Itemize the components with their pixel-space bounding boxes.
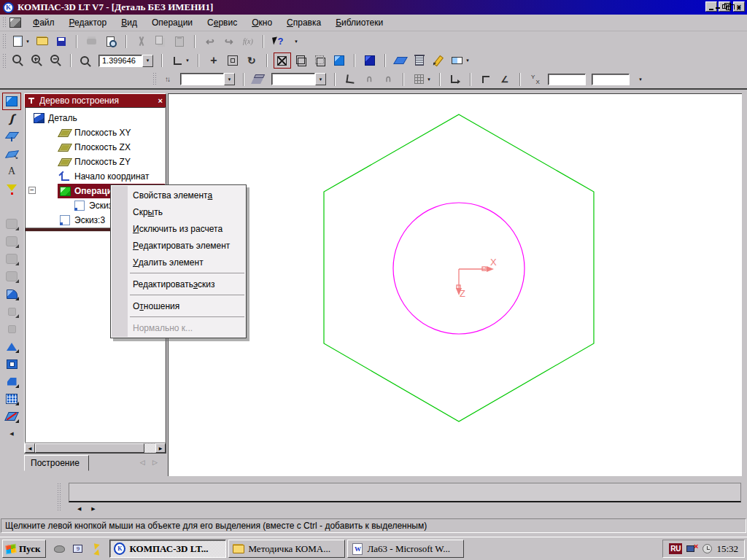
dropdown-arrow-icon[interactable]: ▼ bbox=[638, 77, 643, 82]
side-toolbar-button[interactable] bbox=[2, 198, 21, 215]
pin-icon[interactable] bbox=[28, 97, 35, 104]
toolbar-button[interactable]: ▼ bbox=[379, 71, 397, 88]
property-bar-field[interactable] bbox=[69, 483, 741, 502]
toolbar-button[interactable]: ▼ bbox=[380, 52, 390, 69]
toolbar-button[interactable]: ▼ bbox=[361, 52, 379, 69]
panel-close-icon[interactable]: × bbox=[158, 97, 163, 104]
side-toolbar-button[interactable] bbox=[2, 390, 21, 408]
toolbar-button[interactable]: ▼ bbox=[496, 71, 514, 88]
toolbar-button[interactable]: ▼ bbox=[159, 71, 177, 88]
toolbar-button[interactable]: ▼ bbox=[77, 52, 95, 69]
menu-item[interactable]: Библиотеки bbox=[328, 16, 390, 29]
dropdown-arrow-icon[interactable]: ▼ bbox=[142, 55, 153, 67]
tree-item[interactable]: Плоскость XY bbox=[26, 125, 165, 140]
tab-scroll-arrows[interactable]: ◁ ▷ bbox=[140, 455, 166, 466]
toolbar-grip[interactable] bbox=[2, 53, 6, 68]
toolbar-button[interactable]: ▼ bbox=[527, 71, 544, 88]
toolbar-button[interactable]: ▼ bbox=[270, 34, 287, 50]
toolbar-button[interactable]: ▼ bbox=[349, 52, 360, 69]
side-toolbar-button[interactable] bbox=[2, 338, 21, 355]
toolbar-button[interactable]: ▼ bbox=[201, 34, 219, 50]
dropdown-arrow-icon[interactable]: ▼ bbox=[185, 58, 190, 63]
context-menu-item[interactable]: Скрыть bbox=[111, 203, 246, 220]
menu-item[interactable]: Вид bbox=[114, 16, 144, 29]
toolbar-button[interactable]: ▼ bbox=[465, 71, 476, 88]
toolbar-button[interactable]: ▼ bbox=[9, 52, 26, 69]
document-icon[interactable] bbox=[9, 18, 21, 28]
dropdown-arrow-icon[interactable]: ▼ bbox=[26, 39, 30, 44]
side-toolbar-button[interactable] bbox=[2, 250, 21, 268]
hexagon-outline[interactable] bbox=[324, 114, 594, 421]
language-indicator[interactable]: RU bbox=[669, 543, 682, 554]
tray-app-icon[interactable] bbox=[703, 544, 712, 553]
toolbar-button[interactable]: ▼ bbox=[53, 34, 70, 50]
toolbar-button[interactable]: ▼ bbox=[330, 52, 348, 69]
context-menu-item[interactable] bbox=[111, 292, 246, 298]
property-bar-scroll-icons[interactable]: ◀ ▶ bbox=[77, 506, 100, 512]
side-toolbar-button[interactable] bbox=[2, 233, 21, 250]
toolbar-button[interactable]: 1.399646▼ bbox=[96, 53, 155, 69]
tree-item[interactable]: Плоскость ZX bbox=[26, 140, 165, 155]
context-menu-item[interactable]: Свойства элемента bbox=[111, 187, 246, 203]
tree-horizontal-scrollbar[interactable]: ◀ ▶ bbox=[25, 443, 166, 453]
side-toolbar-button[interactable] bbox=[2, 373, 21, 390]
tree-expander[interactable]: − bbox=[28, 187, 36, 194]
toolbar-button[interactable]: ▼ bbox=[293, 52, 310, 69]
toolbar-button[interactable]: ▼ bbox=[220, 34, 238, 50]
context-menu-item[interactable]: Нормально к... bbox=[111, 319, 246, 336]
toolbar-button[interactable]: ▼ bbox=[274, 52, 291, 69]
circle-outline[interactable] bbox=[393, 203, 525, 334]
dropdown-arrow-icon[interactable]: ▼ bbox=[224, 73, 235, 85]
toolbar-button[interactable]: ▼ bbox=[477, 71, 495, 88]
context-menu-item[interactable]: Удалить элемент bbox=[111, 254, 246, 271]
menu-item[interactable]: Редактор bbox=[62, 16, 115, 29]
toolbar-button[interactable]: ▼ bbox=[360, 71, 378, 88]
side-toolbar-button[interactable] bbox=[2, 425, 21, 443]
context-menu-item[interactable]: Отношения bbox=[111, 298, 246, 314]
side-toolbar-button[interactable] bbox=[2, 215, 21, 233]
toolbar-button[interactable]: ▼ bbox=[398, 71, 409, 88]
toolbar-button[interactable]: ▼ bbox=[341, 71, 359, 88]
quick-launch-icon[interactable] bbox=[71, 543, 84, 555]
toolbar-button[interactable]: ▼ bbox=[633, 71, 645, 88]
menu-item[interactable]: Справка bbox=[279, 16, 328, 29]
toolbar-button[interactable]: ▼ bbox=[178, 71, 237, 87]
side-toolbar-button[interactable] bbox=[2, 355, 21, 373]
toolbar-button[interactable]: ▼ bbox=[449, 52, 472, 69]
toolbar-grip[interactable] bbox=[152, 72, 156, 86]
mdi-minimize-icon[interactable] bbox=[716, 7, 720, 9]
toolbar-button[interactable]: ▼ bbox=[311, 52, 329, 69]
toolbar-button[interactable]: ▼ bbox=[258, 34, 268, 50]
context-menu-item[interactable]: Исключить из расчета bbox=[111, 220, 246, 237]
toolbar-button[interactable]: ▼ bbox=[66, 52, 76, 69]
context-menu-item[interactable]: Редактировать элемент bbox=[111, 237, 246, 254]
side-toolbar-button[interactable] bbox=[2, 303, 21, 320]
model-canvas[interactable]: X Z bbox=[168, 93, 742, 476]
dropdown-arrow-icon[interactable]: ▼ bbox=[315, 73, 326, 85]
context-menu-item[interactable] bbox=[111, 271, 246, 276]
toolbar-button[interactable]: ▼ bbox=[83, 34, 101, 50]
toolbar-button[interactable]: ▼ bbox=[169, 52, 192, 69]
toolbar-button[interactable]: ▼ bbox=[589, 72, 632, 87]
taskbar-button[interactable]: КОМПАС-3D LT... bbox=[109, 540, 226, 558]
quick-launch-icon[interactable] bbox=[53, 543, 66, 555]
dropdown-arrow-icon[interactable]: ▼ bbox=[427, 77, 431, 82]
context-menu-item[interactable] bbox=[111, 314, 246, 319]
toolbar-button[interactable]: ▼ bbox=[102, 34, 120, 50]
tab-construction[interactable]: Построение bbox=[24, 455, 89, 471]
dropdown-arrow-icon[interactable]: ▼ bbox=[465, 58, 470, 63]
toolbar-button[interactable]: ▼ bbox=[239, 34, 257, 50]
taskbar-button[interactable]: Методичка КОМА... bbox=[228, 540, 345, 558]
mdi-close-icon[interactable]: × bbox=[737, 4, 741, 12]
network-status-icon[interactable] bbox=[686, 544, 698, 553]
side-toolbar-button[interactable] bbox=[2, 408, 21, 425]
taskbar-button[interactable]: Ла63 - Microsoft W... bbox=[347, 540, 464, 558]
tree-item[interactable]: Плоскость ZY bbox=[26, 155, 165, 169]
mdi-restore-icon[interactable] bbox=[726, 6, 731, 10]
toolbar-button[interactable]: ▼ bbox=[269, 71, 328, 87]
toolbar-button[interactable]: ▼ bbox=[193, 52, 204, 69]
scroll-right-icon[interactable]: ▶ bbox=[155, 443, 166, 453]
toolbar-button[interactable]: ▼ bbox=[239, 71, 249, 88]
scrollbar-thumb[interactable] bbox=[35, 443, 144, 453]
toolbar-button[interactable]: ▼ bbox=[546, 72, 588, 87]
